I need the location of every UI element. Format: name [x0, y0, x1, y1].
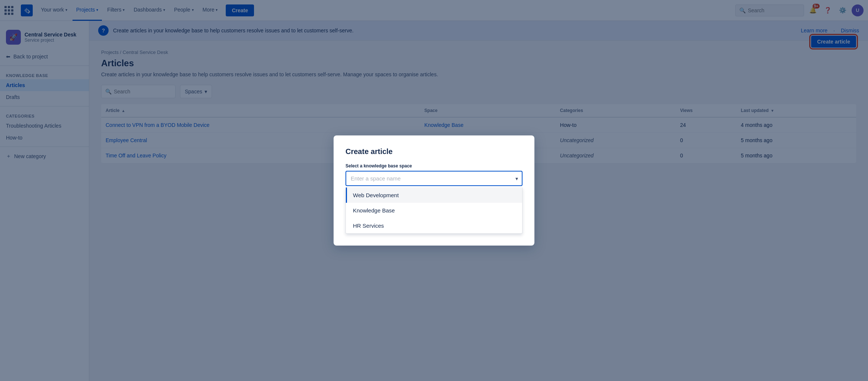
modal-field-label: Select a knowledge base space	[345, 163, 523, 169]
modal-overlay[interactable]: Create article Select a knowledge base s…	[0, 0, 868, 381]
modal-title: Create article	[345, 147, 523, 156]
dropdown-option[interactable]: Knowledge Base	[346, 203, 522, 218]
modal-input-wrap: ▾	[345, 171, 523, 186]
create-article-modal: Create article Select a knowledge base s…	[334, 135, 534, 246]
space-name-input[interactable]	[345, 171, 523, 186]
dropdown-option[interactable]: Web Development	[346, 188, 522, 203]
dropdown-option[interactable]: HR Services	[346, 218, 522, 233]
space-dropdown: Web DevelopmentKnowledge BaseHR Services	[345, 188, 523, 234]
